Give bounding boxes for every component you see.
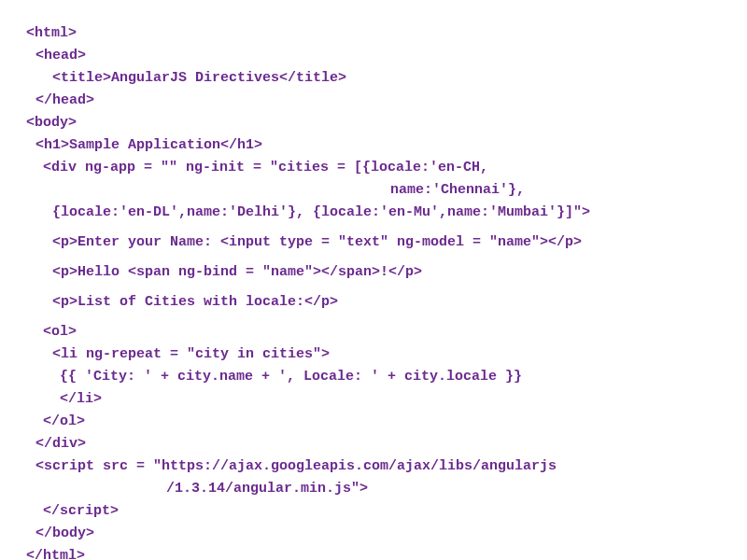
code-line: </head> xyxy=(26,90,721,112)
code-line: </ol> xyxy=(26,411,721,433)
code-line: {locale:'en-DL',name:'Delhi'}, {locale:'… xyxy=(26,202,721,224)
code-line: name:'Chennai'}, xyxy=(26,179,721,202)
code-line: <title>AngularJS Directives</title> xyxy=(26,67,721,90)
code-line: </li> xyxy=(26,388,721,411)
code-line: <p>List of Cities with locale:</p> xyxy=(26,291,721,314)
code-line: <ol> xyxy=(26,321,721,343)
code-line: </script> xyxy=(26,500,721,523)
code-line: </html> xyxy=(26,545,721,560)
code-line: <p>Hello <span ng-bind = "name"></span>!… xyxy=(26,261,721,284)
code-line: <script src = "https://ajax.googleapis.c… xyxy=(26,455,721,478)
code-line: <li ng-repeat = "city in cities"> xyxy=(26,343,721,366)
code-line: <p>Enter your Name: <input type = "text"… xyxy=(26,231,721,254)
code-line: /1.3.14/angular.min.js"> xyxy=(26,478,721,500)
code-line: </div> xyxy=(26,433,721,455)
code-line: <head> xyxy=(26,45,721,67)
code-line: </body> xyxy=(26,523,721,545)
code-line: <div ng-app = "" ng-init = "cities = [{l… xyxy=(26,157,721,179)
code-line: {{ 'City: ' + city.name + ', Locale: ' +… xyxy=(26,366,721,388)
code-line: <body> xyxy=(26,112,721,134)
code-line: <h1>Sample Application</h1> xyxy=(26,134,721,157)
code-line: <html> xyxy=(26,22,721,45)
